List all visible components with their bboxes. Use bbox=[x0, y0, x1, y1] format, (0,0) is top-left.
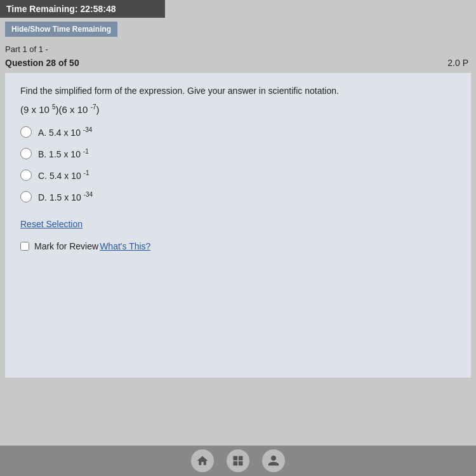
timer-bar: Time Remaining: 22:58:48 bbox=[0, 0, 165, 18]
mark-review-checkbox[interactable] bbox=[20, 242, 29, 251]
bottom-bar bbox=[0, 446, 476, 476]
reset-selection-link[interactable]: Reset Selection bbox=[20, 219, 83, 229]
mark-review-label: Mark for Review bbox=[34, 241, 98, 251]
points-label: 2.0 P bbox=[447, 58, 471, 68]
radio-a[interactable] bbox=[20, 126, 32, 138]
radio-b[interactable] bbox=[20, 148, 32, 159]
person-icon[interactable] bbox=[262, 449, 285, 472]
hide-show-button[interactable]: Hide/Show Time Remaining bbox=[5, 22, 117, 37]
radio-c[interactable] bbox=[20, 169, 32, 181]
option-c[interactable]: C. 5.4 x 10 -1 bbox=[20, 169, 456, 181]
grid-icon[interactable] bbox=[227, 449, 249, 472]
mark-review-row: Mark for Review What's This? bbox=[20, 241, 456, 251]
question-box: Find the simplified form of the expressi… bbox=[5, 73, 471, 378]
option-a[interactable]: A. 5.4 x 10 -34 bbox=[20, 126, 456, 138]
question-text: Find the simplified form of the expressi… bbox=[20, 86, 456, 96]
option-d[interactable]: D. 1.5 x 10 -34 bbox=[20, 191, 456, 202]
question-number: Question 28 of 50 bbox=[5, 58, 79, 68]
home-icon[interactable] bbox=[191, 449, 214, 472]
radio-d[interactable] bbox=[20, 191, 32, 202]
part-label: Part 1 of 1 - bbox=[0, 41, 476, 55]
expression: (9 x 10 5)(6 x 10 -7) bbox=[20, 103, 456, 115]
option-b[interactable]: B. 1.5 x 10 -1 bbox=[20, 148, 456, 159]
whats-this-link[interactable]: What's This? bbox=[100, 241, 150, 251]
